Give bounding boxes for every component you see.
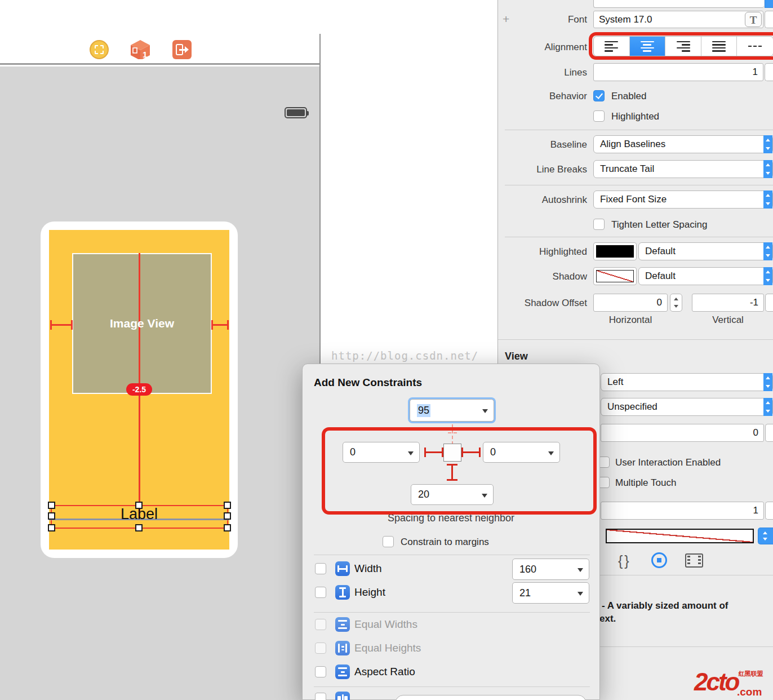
misalignment-badge: -2.5 xyxy=(126,383,152,396)
view-controller-icon[interactable] xyxy=(90,40,109,59)
bottom-spacing-dropdown[interactable]: 20 xyxy=(411,484,494,505)
user-interaction-checkbox[interactable] xyxy=(598,457,610,468)
align-center-icon xyxy=(641,41,654,52)
font-panel-button[interactable]: T xyxy=(745,12,762,27)
align-checkbox-partial[interactable] xyxy=(315,693,326,700)
equal-widths-icon xyxy=(335,617,350,632)
autoshrink-popup[interactable]: Fixed Font Size xyxy=(593,190,773,209)
background-color-well[interactable] xyxy=(606,529,754,543)
shadow-offset-h-stepper[interactable] xyxy=(670,294,682,312)
leading-guide-cap xyxy=(71,320,73,330)
first-responder-cube-icon[interactable]: 1 xyxy=(131,40,150,59)
bottom-ibeam-cap xyxy=(447,464,457,466)
left-ibeam[interactable] xyxy=(424,451,443,453)
align-justified-icon xyxy=(712,41,726,52)
lines-field[interactable]: 1 xyxy=(593,63,763,81)
divider xyxy=(505,130,773,130)
constraint-target-square[interactable] xyxy=(443,444,461,462)
top-spacing-dropdown[interactable]: 95 xyxy=(410,399,494,422)
bottom-ibeam[interactable] xyxy=(451,464,453,481)
divider xyxy=(505,237,773,237)
view-tag-field[interactable]: 0 xyxy=(601,424,764,442)
align-right-segment[interactable] xyxy=(665,37,701,56)
right-spacing-dropdown[interactable]: 0 xyxy=(483,442,560,463)
aspect-ratio-checkbox[interactable] xyxy=(315,666,326,677)
behavior-label: Behavior xyxy=(498,91,587,102)
align-natural-segment[interactable] xyxy=(737,37,773,56)
width-dropdown[interactable]: 160 xyxy=(512,559,589,580)
height-checkbox[interactable] xyxy=(315,587,326,598)
root-view[interactable]: Image View -2.5 xyxy=(49,230,229,550)
resize-handle[interactable] xyxy=(224,524,231,531)
top-constraint-dashed-cap xyxy=(448,432,457,433)
top-constraint-dashed-connector xyxy=(452,424,453,445)
view-mode-popup[interactable]: Left xyxy=(601,373,773,391)
highlighted-color-well[interactable] xyxy=(593,242,637,260)
align-justified-segment[interactable] xyxy=(701,37,738,56)
view-alpha-stepper-cutoff[interactable] xyxy=(765,502,773,520)
shadow-offset-horizontal-field[interactable]: 0 xyxy=(593,294,668,312)
line-breaks-value: Truncate Tail xyxy=(600,163,654,175)
resize-handle[interactable] xyxy=(135,502,143,509)
right-spacing-value: 0 xyxy=(490,446,496,458)
braces-icon[interactable]: { } xyxy=(618,553,628,569)
resize-handle[interactable] xyxy=(135,524,143,531)
right-ibeam[interactable] xyxy=(461,451,481,453)
resize-handle[interactable] xyxy=(224,512,231,520)
enabled-label: Enabled xyxy=(611,91,646,102)
resize-handle[interactable] xyxy=(48,512,55,520)
line-breaks-label: Line Breaks xyxy=(498,164,587,175)
font-value: System 17.0 xyxy=(599,14,652,25)
view-tag-stepper-cutoff[interactable] xyxy=(765,424,773,442)
shadow-offset-v-stepper-cutoff[interactable] xyxy=(765,294,773,312)
view-alpha-field[interactable]: 1 xyxy=(601,502,764,520)
align-center-segment[interactable] xyxy=(630,37,666,56)
line-breaks-popup[interactable]: Truncate Tail xyxy=(593,160,773,178)
width-checkbox[interactable] xyxy=(315,563,326,574)
target-icon[interactable] xyxy=(651,552,667,568)
top-spacing-value: 95 xyxy=(417,404,430,417)
align-natural-icon xyxy=(748,46,762,47)
watermark: http://blog.csdn.net/ xyxy=(331,349,478,362)
enabled-checkbox[interactable] xyxy=(593,90,605,101)
image-view[interactable]: Image View xyxy=(72,253,212,394)
left-spacing-dropdown[interactable]: 0 xyxy=(343,442,420,463)
view-semantic-popup[interactable]: Unspecified xyxy=(601,398,773,416)
filmstrip-icon[interactable] xyxy=(685,553,703,568)
font-field[interactable]: System 17.0 xyxy=(593,11,763,28)
lines-stepper-cutoff[interactable] xyxy=(765,63,773,81)
height-dropdown[interactable]: 21 xyxy=(512,582,589,604)
resize-handle[interactable] xyxy=(48,502,55,509)
align-left-segment[interactable] xyxy=(594,37,630,56)
view-mode-value: Left xyxy=(607,376,623,388)
exit-segue-icon[interactable] xyxy=(172,40,192,59)
align-dropdown-partial[interactable] xyxy=(395,695,587,700)
baseline-popup[interactable]: Align Baselines xyxy=(593,135,773,153)
font-stepper-cutoff[interactable] xyxy=(765,11,773,28)
constrain-to-margins-checkbox[interactable] xyxy=(383,536,394,547)
view-controller-frame[interactable]: Image View -2.5 xyxy=(41,221,238,558)
width-label: Width xyxy=(354,562,382,575)
trailing-guide-cap xyxy=(227,320,229,330)
width-constraint-icon xyxy=(335,561,350,576)
highlighted-color-popup[interactable]: Default xyxy=(638,242,773,260)
resize-handle[interactable] xyxy=(48,524,55,531)
shadow-color-popup[interactable]: Default xyxy=(638,267,773,285)
divider xyxy=(314,555,590,555)
bottom-spacing-value: 20 xyxy=(418,489,429,500)
equal-widths-checkbox[interactable] xyxy=(315,619,326,630)
resize-handle[interactable] xyxy=(224,502,231,509)
shadow-offset-label: Shadow Offset xyxy=(498,298,587,309)
highlighted-checkbox[interactable] xyxy=(593,110,605,122)
shadow-color-well[interactable] xyxy=(593,267,637,285)
equal-heights-checkbox[interactable] xyxy=(315,643,326,654)
background-color-popup-cutoff[interactable] xyxy=(758,528,773,544)
popover-title: Add New Constraints xyxy=(314,376,422,389)
height-constraint-icon xyxy=(335,585,350,600)
multiple-touch-checkbox[interactable] xyxy=(598,477,610,488)
shadow-offset-vertical-field[interactable]: -1 xyxy=(692,294,764,312)
tighten-letter-spacing-checkbox[interactable] xyxy=(593,219,605,230)
view-alpha-value: 1 xyxy=(753,505,758,516)
highlighted-label: Highlighted xyxy=(611,111,659,122)
highlighted-color-label: Highlighted xyxy=(498,246,587,258)
